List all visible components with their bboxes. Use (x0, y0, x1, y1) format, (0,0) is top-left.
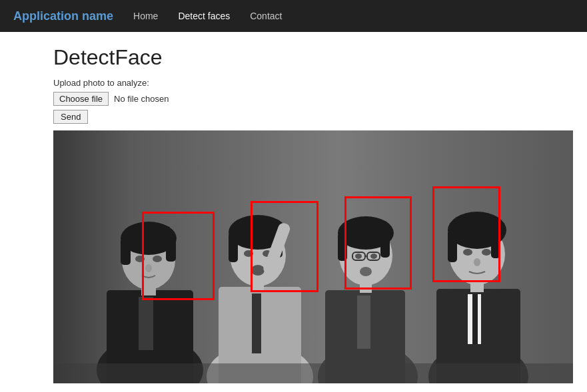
nav-detect-faces[interactable]: Detect faces (178, 11, 230, 21)
file-input-row: Choose file No file chosen (53, 92, 534, 106)
svg-point-50 (474, 258, 480, 266)
svg-rect-8 (121, 238, 131, 265)
svg-point-49 (482, 249, 491, 256)
svg-point-12 (145, 264, 152, 272)
svg-rect-4 (139, 297, 153, 350)
page-title: DetectFace (53, 45, 534, 70)
svg-rect-51 (53, 363, 573, 383)
svg-rect-19 (229, 232, 238, 262)
svg-rect-31 (338, 233, 347, 261)
no-file-label: No file chosen (114, 94, 169, 104)
svg-rect-32 (380, 233, 390, 258)
svg-point-37 (370, 254, 377, 259)
choose-file-button[interactable]: Choose file (53, 92, 109, 106)
svg-rect-27 (357, 295, 370, 349)
send-button[interactable]: Send (53, 110, 88, 124)
svg-rect-47 (491, 230, 500, 258)
navbar: Application name Home Detect faces Conta… (0, 0, 587, 32)
svg-point-10 (135, 256, 145, 262)
app-brand: Application name (13, 9, 113, 23)
image-container (53, 130, 573, 383)
svg-point-11 (153, 256, 162, 262)
nav-links: Home Detect faces Contact (133, 11, 282, 21)
main-content: DetectFace Upload photo to analyze: Choo… (0, 32, 587, 392)
svg-point-21 (244, 250, 253, 257)
svg-point-38 (360, 267, 372, 276)
svg-point-36 (355, 254, 362, 259)
nav-home[interactable]: Home (133, 11, 158, 21)
svg-point-48 (463, 249, 472, 256)
nav-contact[interactable]: Contact (250, 11, 282, 21)
svg-rect-15 (252, 294, 261, 353)
svg-point-23 (251, 265, 265, 276)
svg-rect-42 (472, 294, 478, 344)
svg-rect-9 (166, 238, 176, 262)
upload-label: Upload photo to analyze: (53, 78, 534, 88)
svg-rect-46 (448, 230, 457, 262)
